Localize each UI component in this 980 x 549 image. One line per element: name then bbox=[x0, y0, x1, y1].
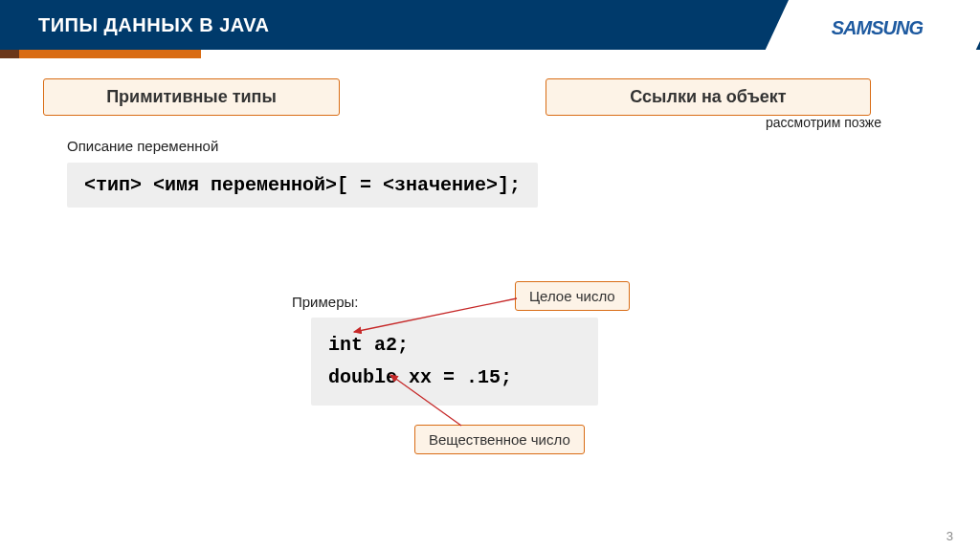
code-double-line: double xx = .15; bbox=[328, 362, 581, 394]
annotation-integer: Целое число bbox=[515, 281, 630, 311]
variable-desc-label: Описание переменной bbox=[67, 138, 218, 154]
slide-title: ТИПЫ ДАННЫХ В JAVA bbox=[38, 14, 270, 36]
examples-label: Примеры: bbox=[292, 294, 358, 310]
topbar: ТИПЫ ДАННЫХ В JAVA SAMSUNG bbox=[0, 0, 980, 50]
code-int-line: int a2; bbox=[328, 329, 581, 362]
ribbon-object-refs: Ссылки на объект bbox=[546, 78, 871, 116]
slide-content: Примитивные типы Ссылки на объект рассмо… bbox=[0, 50, 980, 549]
ribbon-primitive-types: Примитивные типы bbox=[43, 78, 340, 116]
code-syntax: <тип> <имя переменной>[ = <значение>]; bbox=[67, 163, 538, 208]
annotation-real: Вещественное число bbox=[414, 425, 585, 454]
samsung-logo: SAMSUNG bbox=[832, 17, 923, 39]
page-number: 3 bbox=[947, 529, 953, 543]
note-later: рассмотрим позже bbox=[766, 115, 881, 130]
code-examples: int a2; double xx = .15; bbox=[311, 318, 598, 406]
